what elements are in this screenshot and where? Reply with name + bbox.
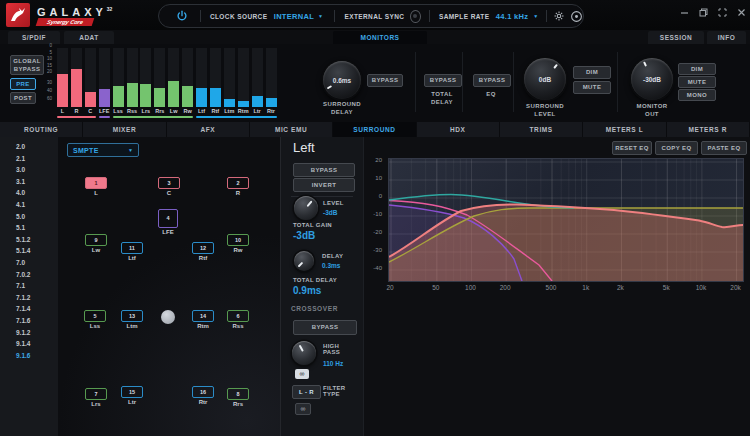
display-scope-icon[interactable] (570, 10, 583, 23)
tab-meters-r[interactable]: METERS R (667, 122, 750, 137)
tab-trims[interactable]: TRIMS (500, 122, 583, 137)
reset-eq-button[interactable]: RESET EQ (612, 141, 652, 155)
meter-bar (71, 69, 82, 107)
format-item[interactable]: 2.1 (16, 155, 25, 162)
settings-gear-icon[interactable] (553, 10, 565, 22)
format-item[interactable]: 7.1 (16, 282, 25, 289)
speaker-lss[interactable]: 5 (84, 310, 106, 322)
speaker-lw[interactable]: 9 (85, 234, 107, 246)
speaker-l[interactable]: 1 (85, 177, 107, 189)
delay-knob[interactable] (294, 251, 314, 271)
format-item[interactable]: 7.1.2 (16, 294, 30, 301)
speaker-rtm[interactable]: 14 (192, 310, 214, 322)
tab-afx[interactable]: AFX (167, 122, 250, 137)
surround-delay-bypass-button[interactable]: BYPASS (367, 74, 403, 87)
link-button[interactable]: ∞ (295, 369, 309, 379)
tab-session[interactable]: SESSION (648, 31, 704, 44)
format-item[interactable]: 4.1 (16, 201, 25, 208)
surround-page: 2.02.13.03.14.04.15.05.15.1.25.1.47.07.0… (0, 137, 750, 436)
fullscreen-button[interactable] (718, 8, 727, 17)
eq-x-tick: 2k (608, 284, 632, 291)
surround-delay-knob[interactable]: 0.6ms (323, 61, 361, 99)
format-item[interactable]: 3.1 (16, 178, 25, 185)
tab-surround[interactable]: SURROUND (333, 122, 416, 137)
copy-eq-button[interactable]: COPY EQ (655, 141, 698, 155)
channel-invert-button[interactable]: INVERT (293, 178, 355, 192)
meter-channel-label: Ltr (250, 108, 265, 114)
format-item[interactable]: 9.1.6 (16, 352, 30, 359)
paste-eq-button[interactable]: PASTE EQ (701, 141, 747, 155)
speaker-rtf[interactable]: 12 (192, 242, 214, 254)
monitor-out-mute-button[interactable]: MUTE (678, 76, 716, 88)
speaker-label: C (154, 190, 184, 196)
tab-mixer[interactable]: MIXER (83, 122, 166, 137)
tab-routing[interactable]: ROUTING (0, 122, 83, 137)
format-item[interactable]: 4.0 (16, 189, 25, 196)
format-item[interactable]: 5.1.2 (16, 236, 30, 243)
power-button[interactable] (176, 10, 188, 22)
minimize-button[interactable] (680, 8, 689, 17)
speaker-r[interactable]: 2 (227, 177, 249, 189)
speaker-label: Rss (223, 323, 253, 329)
restore-button[interactable] (699, 8, 708, 17)
speaker-rw[interactable]: 10 (227, 234, 249, 246)
global-bypass-button[interactable]: GLOBAL BYPASS (10, 55, 44, 75)
format-item[interactable]: 7.1.4 (16, 305, 30, 312)
tab-adat[interactable]: ADAT (64, 31, 114, 44)
filter-type-button[interactable]: L - R (292, 385, 321, 399)
highpass-knob[interactable] (292, 341, 316, 365)
link-button[interactable]: ∞ (295, 403, 311, 415)
tab-monitors[interactable]: MONITORS (333, 31, 427, 44)
tab-spdif[interactable]: S/PDIF (8, 31, 60, 44)
format-item[interactable]: 7.0.2 (16, 271, 30, 278)
eq-x-tick: 20k (724, 284, 748, 291)
format-item[interactable]: 7.1.6 (16, 317, 30, 324)
meter-bar (57, 74, 68, 107)
surround-level-mute-button[interactable]: MUTE (573, 81, 611, 94)
meter-scale-label: 0 (40, 43, 52, 48)
format-item[interactable]: 7.0 (16, 259, 25, 266)
crossover-bypass-button[interactable]: BYPASS (293, 320, 357, 335)
surround-level-knob[interactable]: 0dB (524, 58, 566, 100)
level-label: LEVEL (323, 200, 344, 206)
speaker-rss[interactable]: 6 (227, 310, 249, 322)
channel-bypass-button[interactable]: BYPASS (293, 163, 355, 177)
speaker-lrs[interactable]: 7 (85, 388, 107, 400)
monitor-out-mono-button[interactable]: MONO (678, 89, 716, 101)
tab-meters-l[interactable]: METERS L (583, 122, 666, 137)
speaker-ltm[interactable]: 13 (121, 310, 143, 322)
external-sync-button[interactable] (410, 10, 421, 23)
total-delay-bypass-button[interactable]: BYPASS (424, 74, 462, 87)
speaker-ltr[interactable]: 15 (121, 386, 143, 398)
speaker-c[interactable]: 3 (158, 177, 180, 189)
post-button[interactable]: POST (10, 92, 36, 104)
format-item[interactable]: 9.1.2 (16, 329, 30, 336)
monitor-out-knob[interactable]: -30dB (631, 58, 673, 100)
eq-x-tick: 50 (424, 284, 448, 291)
speaker-label: Rw (223, 247, 253, 253)
speaker-ltf[interactable]: 11 (121, 242, 143, 254)
tab-info[interactable]: INFO (707, 31, 746, 44)
layout-standard-select[interactable]: SMPTE ▼ (67, 143, 139, 157)
clock-source-select[interactable]: INTERNAL▼ (274, 12, 323, 21)
level-knob[interactable] (294, 196, 318, 220)
speaker-lfe[interactable]: 4 (158, 209, 178, 228)
monitor-out-dim-button[interactable]: DIM (678, 63, 716, 75)
close-button[interactable] (737, 8, 746, 17)
total-delay-label: TOTAL DELAY (293, 277, 337, 283)
tab-mic-emu[interactable]: MIC EMU (250, 122, 333, 137)
surround-level-dim-button[interactable]: DIM (573, 66, 611, 79)
format-item[interactable]: 9.1.4 (16, 340, 30, 347)
format-item[interactable]: 3.0 (16, 166, 25, 173)
eq-bypass-button[interactable]: BYPASS (473, 74, 511, 87)
pre-button[interactable]: PRE (10, 78, 36, 90)
format-item[interactable]: 2.0 (16, 143, 25, 150)
format-item[interactable]: 5.1.4 (16, 247, 30, 254)
eq-graph[interactable] (388, 158, 744, 282)
format-item[interactable]: 5.1 (16, 224, 25, 231)
tab-hdx[interactable]: HDX (417, 122, 500, 137)
format-item[interactable]: 5.0 (16, 213, 25, 220)
sample-rate-select[interactable]: 44.1 kHz▼ (496, 12, 538, 21)
speaker-rrs[interactable]: 8 (227, 388, 249, 400)
speaker-rtr[interactable]: 16 (192, 386, 214, 398)
